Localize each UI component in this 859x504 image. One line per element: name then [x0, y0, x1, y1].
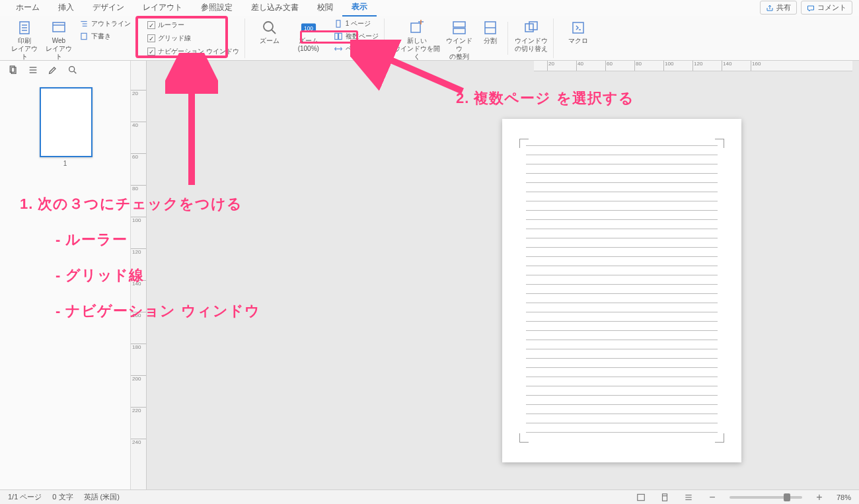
- split-icon: [482, 20, 498, 36]
- svg-rect-18: [411, 23, 420, 32]
- tab-home[interactable]: ホーム: [7, 0, 49, 16]
- outline-button[interactable]: アウトライン: [78, 18, 132, 29]
- share-icon: [766, 4, 774, 12]
- svg-rect-36: [638, 494, 645, 500]
- horizontal-ruler: 20406080100120140160: [534, 61, 852, 71]
- search-icon[interactable]: [67, 65, 78, 75]
- grid-line: [526, 303, 718, 312]
- one-page-label: 1 ページ: [346, 19, 371, 28]
- grid-line: [526, 247, 718, 256]
- comment-icon: [807, 4, 815, 12]
- status-zoom[interactable]: 78%: [837, 493, 851, 501]
- web-layout-button[interactable]: Web レイアウト: [44, 18, 74, 61]
- zoom-slider[interactable]: [729, 496, 802, 499]
- hruler-tick: 140: [722, 61, 731, 71]
- tab-mail[interactable]: 差し込み文書: [242, 0, 308, 16]
- one-page-icon: [334, 19, 343, 28]
- grid-line: [526, 340, 718, 349]
- zoom-button[interactable]: ズーム: [254, 18, 285, 45]
- switch-window-button[interactable]: ウインドウ の切り替え: [513, 18, 549, 53]
- multi-page-button[interactable]: 複数ページ: [332, 31, 380, 42]
- grid-line: [526, 284, 718, 293]
- outline-icon: [79, 19, 89, 28]
- status-language[interactable]: 英語 (米国): [84, 492, 120, 502]
- macros-button[interactable]: マクロ: [563, 18, 593, 45]
- grid-line: [526, 367, 718, 377]
- check-icon: ✓: [147, 48, 155, 55]
- hruler-tick: 60: [605, 61, 613, 71]
- comments-label: コメント: [817, 3, 846, 13]
- grid-line: [526, 266, 718, 275]
- page-thumbnail-1[interactable]: [40, 87, 93, 157]
- thumbnails-icon[interactable]: [8, 65, 19, 75]
- switch-window-icon: [523, 20, 539, 36]
- new-window-icon: [409, 20, 425, 36]
- status-word-count[interactable]: 0 文字: [52, 492, 73, 502]
- multi-page-icon: [334, 32, 343, 41]
- tab-references[interactable]: 参照設定: [192, 0, 242, 16]
- page-width-button[interactable]: ページの幅: [332, 44, 380, 54]
- document-canvas[interactable]: 20406080100120140160180200220240 2040608…: [131, 61, 859, 489]
- ribbon: 印刷 レイアウト Web レイアウト アウトライン 下書き ✓ ルーラー ✓ グ…: [0, 16, 859, 61]
- vruler-tick: 120: [131, 248, 146, 255]
- comments-button[interactable]: コメント: [801, 1, 852, 15]
- tab-strip: ホーム 挿入 デザイン レイアウト 参照設定 差し込み文書 校閲 表示 共有 コ…: [0, 0, 859, 16]
- grid-line: [526, 414, 718, 423]
- vruler-tick: 100: [131, 217, 146, 223]
- arrange-button[interactable]: ウインドウ の整列: [444, 18, 474, 61]
- focus-mode-icon[interactable]: [634, 492, 648, 503]
- edit-icon[interactable]: [48, 65, 58, 75]
- zoom-100-icon: 100: [301, 20, 317, 36]
- ribbon-group-show: ✓ ルーラー ✓ グリッド線 ✓ ナビゲーション ウインドウ: [142, 18, 245, 58]
- vruler-tick: 240: [131, 439, 146, 445]
- tab-design[interactable]: デザイン: [83, 0, 133, 16]
- gridlines-checkbox[interactable]: ✓ グリッド線: [147, 34, 239, 43]
- views-small-stack: アウトライン 下書き: [78, 18, 132, 42]
- headings-icon[interactable]: [28, 65, 38, 75]
- ribbon-group-views: 印刷 レイアウト Web レイアウト アウトライン 下書き: [5, 18, 137, 58]
- grid-line: [526, 219, 718, 229]
- vruler-tick: 80: [131, 185, 146, 192]
- tab-view[interactable]: 表示: [342, 0, 377, 17]
- vertical-ruler: 20406080100120140160180200220240: [131, 61, 147, 489]
- document-page[interactable]: [502, 119, 741, 462]
- print-layout-button[interactable]: 印刷 レイアウト: [9, 18, 40, 61]
- vruler-tick: 40: [131, 122, 146, 128]
- split-button[interactable]: 分割: [478, 18, 502, 45]
- vruler-tick: 60: [131, 153, 146, 160]
- web-layout-label: Web レイアウト: [44, 37, 74, 61]
- share-button[interactable]: 共有: [760, 1, 797, 15]
- ruler-checkbox[interactable]: ✓ ルーラー: [147, 20, 239, 30]
- workarea: 1 20406080100120140160180200220240 20406…: [0, 61, 859, 489]
- vruler-tick: 200: [131, 375, 146, 382]
- zoom-out-button[interactable]: −: [706, 492, 719, 503]
- zoom-in-button[interactable]: +: [813, 492, 826, 503]
- check-icon: ✓: [147, 21, 155, 29]
- svg-text:100: 100: [304, 25, 313, 32]
- new-window-button[interactable]: 新しい ウインドウを開く: [394, 18, 440, 61]
- zoom-slider-thumb[interactable]: [784, 493, 790, 501]
- navpane-checkbox[interactable]: ✓ ナビゲーション ウインドウ: [147, 47, 239, 56]
- tab-layout[interactable]: レイアウト: [133, 0, 192, 16]
- ribbon-group-zoom: ズーム 100 ズーム (100%) 1 ページ 複数ページ ページの幅: [250, 18, 385, 58]
- status-page[interactable]: 1/1 ページ: [8, 492, 42, 502]
- svg-rect-14: [336, 20, 340, 28]
- svg-rect-37: [662, 493, 667, 501]
- tab-insert[interactable]: 挿入: [49, 0, 83, 16]
- svg-line-35: [74, 71, 76, 73]
- split-label: 分割: [484, 37, 497, 45]
- multi-page-label: 複数ページ: [346, 32, 379, 41]
- hruler-tick: 120: [692, 61, 702, 71]
- grid-line: [526, 229, 718, 238]
- navpane-check-label: ナビゲーション ウインドウ: [158, 47, 239, 56]
- zoom-100-button[interactable]: 100 ズーム (100%): [289, 18, 328, 53]
- thumbnail-container: 1: [0, 79, 130, 175]
- one-page-button[interactable]: 1 ページ: [332, 18, 380, 29]
- grid-line: [526, 192, 718, 201]
- svg-rect-21: [453, 22, 465, 27]
- web-layout-view-icon[interactable]: [682, 492, 695, 503]
- draft-button[interactable]: 下書き: [78, 31, 132, 42]
- print-layout-view-icon[interactable]: [658, 492, 671, 503]
- tab-review[interactable]: 校閲: [308, 0, 342, 16]
- new-window-label: 新しい ウインドウを開く: [394, 37, 440, 61]
